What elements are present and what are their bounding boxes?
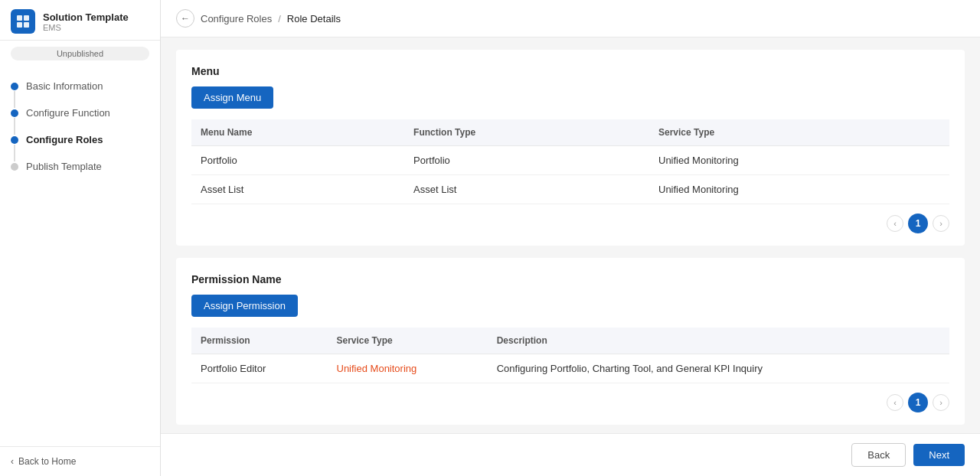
breadcrumb-separator: /	[278, 13, 281, 24]
sidebar-header: Solution Template EMS	[0, 0, 160, 41]
sidebar-item-publish-template[interactable]: Publish Template	[0, 153, 160, 180]
menu-row-service: Unified Monitoring	[649, 146, 949, 175]
app-identity: Solution Template EMS	[11, 9, 149, 34]
menu-current-page: 1	[908, 214, 928, 233]
permission-table-header: Permission Service Type Description	[191, 328, 949, 354]
menu-table-row: Portfolio Portfolio Unified Monitoring	[191, 146, 949, 175]
nav-label-roles: Configure Roles	[26, 134, 103, 145]
nav-dot-basic	[11, 83, 18, 90]
svg-rect-2	[17, 22, 22, 28]
svg-rect-3	[24, 22, 29, 28]
perm-col-desc: Description	[488, 328, 949, 354]
menu-table-header: Menu Name Function Type Service Type	[191, 119, 949, 146]
perm-next-page[interactable]: ›	[933, 394, 949, 411]
main-content: ← Configure Roles / Role Details Menu As…	[161, 0, 980, 476]
next-button[interactable]: Next	[913, 444, 965, 466]
permission-table-row: Portfolio Editor Unified Monitoring Conf…	[191, 354, 949, 383]
breadcrumb-current: Role Details	[287, 13, 341, 24]
permission-section-title: Permission Name	[191, 273, 949, 285]
menu-row-name: Asset List	[191, 175, 404, 204]
menu-table-row: Asset List Asset List Unified Monitoring	[191, 175, 949, 204]
menu-col-function: Function Type	[404, 119, 649, 146]
breadcrumb: ← Configure Roles / Role Details	[161, 0, 980, 37]
back-home-label: Back to Home	[18, 456, 76, 467]
nav-label-function: Configure Function	[26, 107, 110, 119]
assign-permission-button[interactable]: Assign Permission	[191, 295, 298, 317]
status-badge: Unpublished	[11, 47, 149, 60]
svg-rect-1	[24, 15, 29, 21]
app-title: Solution Template	[43, 11, 129, 23]
permission-table: Permission Service Type Description Port…	[191, 328, 949, 383]
svg-rect-0	[17, 15, 22, 21]
breadcrumb-parent: Configure Roles	[201, 13, 272, 24]
menu-row-function: Asset List	[404, 175, 649, 204]
perm-row-desc: Configuring Portfolio, Charting Tool, an…	[488, 354, 949, 383]
sidebar-item-configure-function[interactable]: Configure Function	[0, 99, 160, 126]
breadcrumb-back-button[interactable]: ←	[176, 9, 194, 28]
sidebar-item-configure-roles[interactable]: Configure Roles	[0, 126, 160, 153]
perm-row-service: Unified Monitoring	[328, 354, 488, 383]
menu-pagination: ‹ 1 ›	[191, 204, 949, 233]
sidebar-nav: Basic Information Configure Function Con…	[0, 65, 160, 446]
perm-row-name: Portfolio Editor	[191, 354, 328, 383]
assign-menu-button[interactable]: Assign Menu	[191, 86, 273, 109]
nav-dot-publish	[11, 163, 18, 171]
nav-label-basic: Basic Information	[26, 80, 103, 92]
sidebar-footer: ‹ Back to Home	[0, 446, 160, 476]
menu-row-service: Unified Monitoring	[649, 175, 949, 204]
scrollable-content: Menu Assign Menu Menu Name Function Type…	[161, 37, 980, 433]
menu-section: Menu Assign Menu Menu Name Function Type…	[176, 50, 965, 246]
back-to-home-link[interactable]: ‹ Back to Home	[11, 456, 149, 467]
back-button[interactable]: Back	[851, 443, 906, 467]
menu-next-page[interactable]: ›	[933, 215, 949, 232]
menu-prev-page[interactable]: ‹	[887, 215, 903, 232]
back-home-icon: ‹	[11, 456, 14, 467]
sidebar-item-basic-information[interactable]: Basic Information	[0, 73, 160, 99]
app-title-block: Solution Template EMS	[43, 11, 129, 32]
menu-section-title: Menu	[191, 65, 949, 77]
permission-pagination: ‹ 1 ›	[191, 383, 949, 412]
footer-bar: Back Next	[161, 433, 980, 476]
permission-section: Permission Name Assign Permission Permis…	[176, 258, 965, 425]
menu-row-function: Portfolio	[404, 146, 649, 175]
perm-current-page: 1	[908, 393, 928, 412]
nav-dot-function	[11, 109, 18, 117]
sidebar: Solution Template EMS Unpublished Basic …	[0, 0, 161, 476]
menu-table: Menu Name Function Type Service Type Por…	[191, 119, 949, 204]
back-arrow-icon: ←	[181, 13, 190, 24]
menu-row-name: Portfolio	[191, 146, 404, 175]
menu-col-name: Menu Name	[191, 119, 404, 146]
app-icon	[11, 9, 35, 34]
menu-col-service: Service Type	[649, 119, 949, 146]
perm-col-service: Service Type	[328, 328, 488, 354]
app-subtitle: EMS	[43, 23, 129, 32]
perm-prev-page[interactable]: ‹	[887, 394, 903, 411]
nav-dot-roles	[11, 136, 18, 144]
nav-label-publish: Publish Template	[26, 161, 102, 172]
perm-col-name: Permission	[191, 328, 328, 354]
